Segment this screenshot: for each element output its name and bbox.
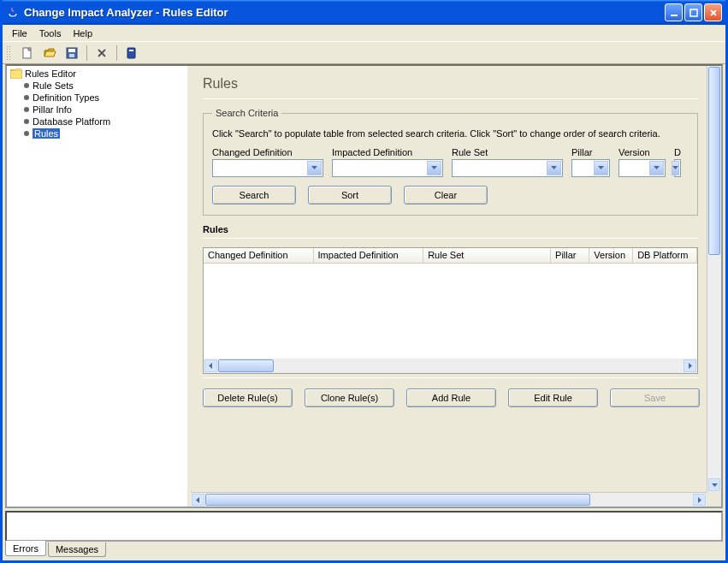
field-label: Pillar <box>571 147 610 157</box>
edit-rule-button[interactable]: Edit Rule <box>508 388 598 407</box>
sidebar-item-label: Definition Types <box>33 92 99 103</box>
new-icon[interactable] <box>18 44 37 62</box>
scroll-corner <box>707 492 721 507</box>
sidebar-item-rule-sets[interactable]: Rule Sets <box>22 80 186 92</box>
rules-section-header: Rules <box>203 224 698 234</box>
titlebar: Change Impact Analyzer - Rules Editor <box>3 0 725 25</box>
scroll-thumb[interactable] <box>218 359 274 372</box>
vertical-scrollbar[interactable] <box>707 66 721 492</box>
field-label: Impacted Definition <box>332 147 443 157</box>
combobox[interactable] <box>571 159 610 177</box>
chevron-down-icon[interactable] <box>594 161 608 175</box>
java-cup-icon <box>6 6 20 20</box>
search-button[interactable]: Search <box>212 186 296 204</box>
search-field-d: D <box>674 147 681 177</box>
tab-messages[interactable]: Messages <box>48 542 106 557</box>
table-header-row: Changed DefinitionImpacted DefinitionRul… <box>204 248 697 264</box>
svg-rect-0 <box>671 15 678 16</box>
save-icon[interactable] <box>62 44 81 62</box>
book-icon[interactable] <box>122 44 141 62</box>
search-field-version: Version <box>619 147 666 177</box>
chevron-down-icon[interactable] <box>649 161 664 175</box>
menubar: File Tools Help <box>3 25 725 42</box>
scroll-right-icon[interactable] <box>693 494 706 506</box>
svg-rect-7 <box>129 50 133 51</box>
window-title: Change Impact Analyzer - Rules Editor <box>24 6 665 19</box>
add-rule-button[interactable]: Add Rule <box>406 388 496 407</box>
sidebar-item-database-platform[interactable]: Database Platform <box>22 116 186 127</box>
combobox[interactable] <box>619 159 666 177</box>
divider <box>203 98 698 99</box>
rules-table: Changed DefinitionImpacted DefinitionRul… <box>203 247 698 374</box>
svg-rect-5 <box>69 54 74 57</box>
clear-button[interactable]: Clear <box>404 186 488 204</box>
chevron-down-icon[interactable] <box>427 161 441 175</box>
svg-rect-4 <box>68 49 75 52</box>
chevron-down-icon[interactable] <box>672 161 679 175</box>
combobox[interactable] <box>332 159 443 177</box>
field-label: Version <box>619 147 666 157</box>
delete-rule-button[interactable]: Delete Rule(s) <box>203 388 293 407</box>
tab-errors[interactable]: Errors <box>5 541 46 556</box>
search-field-changed-definition: Changed Definition <box>212 147 323 177</box>
bottom-tabs: Errors Messages <box>5 542 723 558</box>
scroll-thumb[interactable] <box>205 494 590 506</box>
page-title: Rules <box>203 76 698 92</box>
column-header[interactable]: Version <box>589 248 633 263</box>
scroll-left-icon[interactable] <box>192 494 204 506</box>
scroll-thumb[interactable] <box>708 67 720 255</box>
svg-rect-6 <box>127 48 135 58</box>
minimize-button[interactable] <box>665 3 683 21</box>
bullet-icon <box>24 119 29 124</box>
svg-rect-1 <box>690 9 697 16</box>
delete-icon[interactable] <box>92 44 111 62</box>
field-label: Changed Definition <box>212 147 323 157</box>
horizontal-scrollbar[interactable] <box>191 492 707 507</box>
column-header[interactable]: Changed Definition <box>204 248 314 263</box>
column-header[interactable]: Pillar <box>551 248 589 263</box>
clone-rule-button[interactable]: Clone Rule(s) <box>305 388 394 407</box>
scroll-down-icon[interactable] <box>708 478 720 491</box>
chevron-down-icon[interactable] <box>307 161 322 175</box>
sidebar-item-label: Pillar Info <box>33 104 72 115</box>
menu-help[interactable]: Help <box>67 27 98 40</box>
maximize-button[interactable] <box>684 3 702 21</box>
column-header[interactable]: DB Platform <box>633 248 697 263</box>
sort-button[interactable]: Sort <box>308 186 392 204</box>
window-buttons <box>665 3 722 21</box>
bullet-icon <box>24 107 29 112</box>
bullet-icon <box>24 131 29 136</box>
open-icon[interactable] <box>40 44 59 62</box>
sidebar-item-definition-types[interactable]: Definition Types <box>22 92 186 104</box>
search-field-pillar: Pillar <box>571 147 610 177</box>
menu-tools[interactable]: Tools <box>33 27 68 40</box>
sidebar-item-label: Rule Sets <box>33 80 74 91</box>
bullet-icon <box>24 95 29 100</box>
menu-file[interactable]: File <box>6 27 33 40</box>
sidebar-item-label: Database Platform <box>33 116 110 127</box>
sidebar-item-label: Rules <box>33 128 60 139</box>
divider <box>203 238 698 239</box>
sidebar-item-rules[interactable]: Rules <box>22 127 186 139</box>
combobox[interactable] <box>212 159 323 177</box>
column-header[interactable]: Rule Set <box>423 248 551 263</box>
sidebar-item-pillar-info[interactable]: Pillar Info <box>22 104 186 116</box>
table-horizontal-scrollbar[interactable] <box>204 359 697 373</box>
search-instruction: Click "Search" to populate table from se… <box>212 128 689 139</box>
search-field-impacted-definition: Impacted Definition <box>332 147 443 177</box>
scroll-right-icon[interactable] <box>684 359 696 372</box>
chevron-down-icon[interactable] <box>547 161 561 175</box>
column-header[interactable]: Impacted Definition <box>314 248 424 263</box>
save-button[interactable]: Save <box>610 388 700 407</box>
close-button[interactable] <box>704 3 722 21</box>
content-panel: Rules Search Criteria Click "Search" to … <box>191 66 721 507</box>
search-criteria-group: Search Criteria Click "Search" to popula… <box>203 108 698 216</box>
nav-root[interactable]: Rules Editor <box>9 68 186 80</box>
client-area: Rules Editor Rule SetsDefinition TypesPi… <box>5 64 723 508</box>
combobox[interactable] <box>452 159 563 177</box>
combobox[interactable] <box>674 159 681 177</box>
nav-tree: Rules Editor Rule SetsDefinition TypesPi… <box>7 66 191 507</box>
scroll-left-icon[interactable] <box>204 359 217 372</box>
folder-icon <box>10 68 22 79</box>
bottom-output-box <box>5 511 723 542</box>
